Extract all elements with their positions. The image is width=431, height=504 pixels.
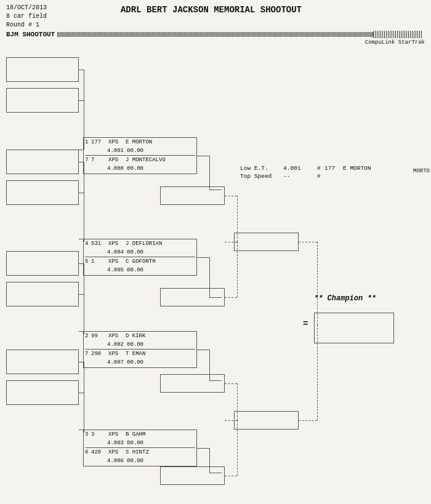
- match-1b-row: 7 7 XPS J MONTECALVO: [84, 156, 196, 164]
- m1b-driver: J MONTECALVO: [126, 157, 195, 163]
- line-r3-champ-v: [317, 242, 318, 325]
- line-r1-4b-down: [84, 393, 84, 433]
- line-r1-2-connect: [79, 239, 83, 239]
- line-r1-2a-right: [79, 162, 84, 162]
- line-r2r3-3h: [225, 420, 237, 421]
- m2b-et: 4.005: [91, 267, 125, 273]
- r1-match-4-box: 3 3 XPS B GAHM 4.003 00.00 6 428 XPS S H…: [83, 430, 197, 466]
- m1b-class: XPS: [108, 157, 126, 163]
- low-et-value: 4.001: [283, 165, 317, 172]
- compulink-label: CompuLink StarTrak: [0, 39, 431, 46]
- line-r1-2b-down: [84, 193, 84, 242]
- match-3a-et-row: 4.002 00.00: [84, 340, 196, 349]
- m4a-driver: B GAHM: [126, 431, 195, 438]
- line-r1-1-connect: [79, 150, 83, 150]
- r1-match-1-box: 1 177 XPS E MORTON 4.001 00.00 7 7 XPS J…: [83, 137, 197, 174]
- m3b-rt: 00.00: [125, 359, 143, 366]
- m3b-class: XPS: [108, 351, 126, 357]
- line-r1r2-3: [197, 350, 209, 350]
- line-r3-champ-2: [299, 420, 317, 421]
- m1a-class: XPS: [108, 139, 126, 145]
- date-label: 18/OCT/2013: [6, 4, 47, 12]
- m1b-num: 7: [85, 157, 91, 163]
- r2-semi-3-box: [160, 374, 225, 393]
- line-r1-4b-right: [79, 393, 84, 393]
- low-et-car: 177: [324, 165, 343, 172]
- m2a-driver: J DEFLORIAN: [126, 241, 195, 247]
- line-r1r2-2v: [209, 257, 210, 297]
- r2-semi-4-box: [160, 466, 225, 485]
- line-r2r3-1h: [225, 242, 237, 242]
- m1b-car: 7: [91, 157, 108, 163]
- line-r2r3-2: [225, 297, 237, 298]
- header: 18/OCT/2013 8 car field Round # 1 ADRL B…: [0, 0, 431, 31]
- line-r1-2b-right: [79, 193, 84, 193]
- m2a-class: XPS: [108, 241, 126, 247]
- m4a-et: 4.003: [91, 440, 125, 446]
- line-r1r2-4v: [209, 448, 210, 473]
- r1-entry-box-3a: [6, 251, 79, 276]
- match-1b-et-row: 4.008 00.00: [84, 164, 196, 173]
- line-r1r2-1: [197, 156, 209, 156]
- top-speed-value: --: [283, 173, 317, 180]
- m3b-car: 290: [91, 351, 108, 357]
- m2a-num: 4: [85, 241, 91, 247]
- m2b-rt: 00.00: [125, 267, 143, 273]
- line-r1-4a-right: [79, 362, 84, 362]
- m2b-class: XPS: [108, 258, 126, 265]
- line-r2r3-2v: [237, 242, 238, 297]
- top-speed-row: Top Speed -- #: [240, 173, 380, 180]
- m4b-rt: 00.00: [125, 458, 143, 464]
- line-r1r2-1v: [209, 156, 210, 190]
- match-3a-row: 2 99 XPS D KIRK: [84, 332, 196, 340]
- line-r2r3-1: [225, 196, 237, 196]
- line-r1r2-2: [197, 257, 209, 258]
- r1-match-3-box: 2 99 XPS D KIRK 4.002 00.00 7 290 XPS T …: [83, 331, 197, 368]
- match-1a-row: 1 177 XPS E MORTON: [84, 138, 196, 146]
- r1-entry-box-2b: [6, 180, 79, 205]
- barcode-right: [373, 31, 422, 38]
- line-r1r2-4: [197, 448, 209, 449]
- match-4b-row: 6 428 XPS S HINTZ: [84, 448, 196, 457]
- line-r1-3a-right: [79, 263, 84, 264]
- m4b-num: 6: [85, 449, 91, 455]
- m2a-car: 531: [91, 241, 108, 247]
- line-r1-1b-down: [84, 100, 84, 150]
- bjm-pattern: [57, 32, 373, 37]
- low-et-name: E MORTON: [343, 165, 380, 172]
- m4b-car: 428: [91, 449, 108, 455]
- line-r3-champ-v2: [317, 325, 318, 420]
- bracket-area: 1 177 XPS E MORTON 4.001 00.00 7 7 XPS J…: [0, 48, 431, 497]
- field-label: 8 car field: [6, 12, 47, 21]
- right-label: MORTO: [413, 168, 430, 174]
- bjm-label: BJM SHOOTOUT: [6, 31, 55, 38]
- line-r2r3-3: [225, 383, 237, 384]
- m1a-num: 1: [85, 139, 91, 145]
- top-speed-hash: #: [317, 173, 324, 180]
- m1b-et: 4.008: [91, 166, 125, 172]
- match-4b-et-row: 4.006 00.00: [84, 457, 196, 465]
- m4a-rt: 00.00: [125, 440, 143, 446]
- champion-label: ** Champion **: [314, 294, 376, 303]
- champion-box: [314, 313, 394, 343]
- line-r2r3-4v: [237, 420, 238, 476]
- header-left: 18/OCT/2013 8 car field Round # 1: [6, 4, 47, 30]
- match-4a-row: 3 3 XPS B GAHM: [84, 430, 196, 439]
- r1-match-2-box: 4 531 XPS J DEFLORIAN 4.004 00.00 5 1 XP…: [83, 239, 197, 276]
- event-title: ADRL BERT JACKSON MEMORIAL SHOOTOUT: [47, 4, 376, 15]
- equals-sign: =: [303, 319, 308, 329]
- match-3b-row: 7 290 XPS T EMAN: [84, 350, 196, 358]
- stats-area: Low E.T. 4.001 # 177 E MORTON Top Speed …: [240, 165, 380, 181]
- low-et-row: Low E.T. 4.001 # 177 E MORTON: [240, 165, 380, 172]
- r1-entry-box-3b: [6, 282, 79, 306]
- line-r1r2-1h: [209, 190, 222, 190]
- match-2b-et-row: 4.005 00.00: [84, 266, 196, 274]
- m3a-et: 4.002: [91, 342, 125, 348]
- r1-entry-box-4a: [6, 350, 79, 374]
- m2a-rt: 00.00: [125, 249, 143, 255]
- match-4a-et-row: 4.003 00.00: [84, 439, 196, 447]
- m4b-driver: S HINTZ: [126, 449, 195, 455]
- m4a-num: 3: [85, 431, 91, 438]
- line-r1-1b-right: [79, 100, 84, 101]
- m1a-et: 4.001: [91, 148, 125, 154]
